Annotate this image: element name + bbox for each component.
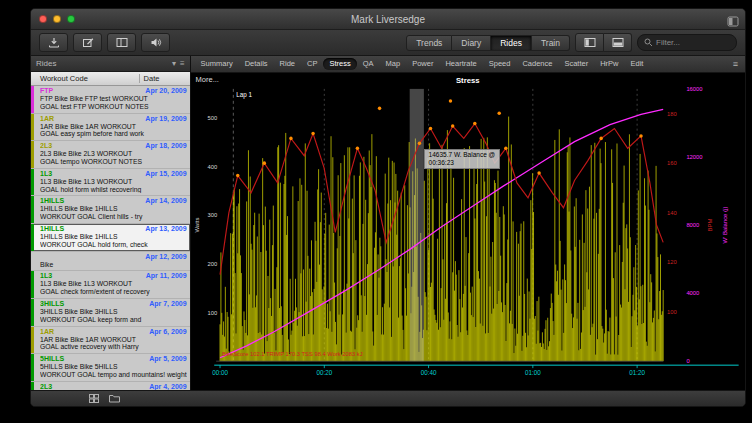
titlebar[interactable]: Mark Liversedge <box>31 9 745 30</box>
chart-tab-cadence[interactable]: Cadence <box>516 58 558 70</box>
chart-tab-stress[interactable]: Stress <box>323 58 356 70</box>
folder-icon[interactable] <box>109 394 120 403</box>
ride-description: GOAL check form/extent of recovery <box>40 288 187 296</box>
ride-item[interactable]: 1L3Apr 11, 20091L3 Bike Bike 1L3 WORKOUT… <box>31 271 190 299</box>
tooltip-line1: 14635.7 W. Balance @ <box>429 151 496 159</box>
download-button[interactable] <box>39 33 68 52</box>
svg-text:BPM: BPM <box>706 218 712 231</box>
split-view-button[interactable] <box>107 33 136 52</box>
chart-tabs: SummaryDetailsRideCPStressQAMapPowerHear… <box>195 58 730 70</box>
ride-item[interactable]: 1ARApr 19, 20091AR Bike Bike 1AR WORKOUT… <box>31 114 190 142</box>
svg-text:140: 140 <box>667 210 677 216</box>
stack-view-icon <box>612 37 624 48</box>
sidebar-view-icon[interactable]: ▾ <box>172 59 176 68</box>
ride-item[interactable]: 1ARApr 6, 20091AR Bike Bike 1AR WORKOUTG… <box>31 327 190 355</box>
ride-color-bar <box>31 382 34 390</box>
svg-text:00:20: 00:20 <box>316 369 332 376</box>
ride-code: 2L3 <box>40 142 52 150</box>
svg-text:0: 0 <box>686 358 690 364</box>
chart-tab-cp[interactable]: CP <box>301 58 323 70</box>
ride-color-bar <box>31 224 34 251</box>
ride-description: 2L3 Bike Bike 2L3 WORKOUT <box>40 150 187 158</box>
content-area: Rides ▾ ≡ Workout Code Date FTPApr 20, 2… <box>31 56 745 390</box>
chart-tab-speed[interactable]: Speed <box>483 58 517 70</box>
app-window: Mark Liversedge TrendsDiaryRidesTrain <box>30 8 746 407</box>
ride-description: 1AR Bike Bike 1AR WORKOUT <box>40 123 187 131</box>
ride-description: WORKOUT GOAL tempo and mountains! weight <box>40 371 187 379</box>
view-tab-rides[interactable]: Rides <box>491 35 532 51</box>
close-button[interactable] <box>39 15 47 23</box>
sidebar-menu-icon[interactable]: ≡ <box>180 59 185 68</box>
column-date[interactable]: Date <box>139 74 190 83</box>
ride-date: Apr 5, 2009 <box>149 355 186 363</box>
ride-description: FTP Bike Bike FTP test WORKOUT <box>40 95 187 103</box>
ride-code: FTP <box>40 87 53 95</box>
chart-tab-edit[interactable]: Edit <box>625 58 650 70</box>
ride-color-bar <box>31 327 34 354</box>
list-column-headers[interactable]: Workout Code Date <box>31 72 190 86</box>
ride-color-bar <box>31 86 34 113</box>
ride-date: Apr 20, 2009 <box>145 87 186 95</box>
ride-description: GOAL active recovery with Harry <box>40 343 187 351</box>
svg-text:400: 400 <box>207 164 217 170</box>
split-view-icon <box>116 37 128 48</box>
ride-code: 1AR <box>40 328 54 336</box>
ride-item[interactable]: Apr 12, 2009Bike <box>31 252 190 272</box>
chart-tab-hrpw[interactable]: HrPw <box>594 58 624 70</box>
view-tab-diary[interactable]: Diary <box>452 35 491 51</box>
chart-tab-ride[interactable]: Ride <box>274 58 301 70</box>
view-tab-trends[interactable]: Trends <box>406 35 452 51</box>
ride-item[interactable]: 2L3Apr 18, 20092L3 Bike Bike 2L3 WORKOUT… <box>31 141 190 169</box>
chart-more-button[interactable]: More... <box>196 75 219 84</box>
chart-tab-map[interactable]: Map <box>380 58 407 70</box>
ride-item[interactable]: 1HILLSApr 13, 20091HILLS Bike Bike 1HILL… <box>31 224 190 252</box>
svg-text:Stress: Stress <box>455 76 479 85</box>
chart-tab-qa[interactable]: QA <box>357 58 380 70</box>
chart-tab-heartrate[interactable]: Heartrate <box>439 58 482 70</box>
search-icon <box>644 38 653 47</box>
ride-item[interactable]: 2L3Apr 4, 20092L3 Bike Bike 2L3 WORKOUTG… <box>31 382 190 390</box>
column-workout-code[interactable]: Workout Code <box>31 74 139 83</box>
stress-chart[interactable]: 00:0000:2000:4001:0001:20100200300400500… <box>191 73 745 390</box>
ride-date: Apr 13, 2009 <box>145 225 186 233</box>
chart-tab-summary[interactable]: Summary <box>195 58 239 70</box>
compose-button[interactable] <box>73 33 102 52</box>
ride-code: 5HILLS <box>40 355 64 363</box>
toolbar-toggle-icon[interactable] <box>727 13 739 31</box>
minimize-button[interactable] <box>53 15 61 23</box>
ride-code: 1L3 <box>40 272 52 280</box>
chart-tab-power[interactable]: Power <box>406 58 439 70</box>
ride-description: WORKOUT GOAL keep form and <box>40 316 187 324</box>
svg-text:W' Balance (j): W' Balance (j) <box>722 207 728 244</box>
ride-item[interactable]: FTPApr 20, 2009FTP Bike Bike FTP test WO… <box>31 86 190 114</box>
ride-color-bar <box>31 114 34 141</box>
grid-icon[interactable] <box>89 394 99 403</box>
filter-field[interactable]: Filter... <box>637 34 737 51</box>
ride-color-bar <box>31 354 34 381</box>
svg-text:200: 200 <box>207 261 217 267</box>
zoom-button[interactable] <box>67 15 75 23</box>
ride-item[interactable]: 3HILLSApr 7, 20093HILLS Bike Bike 3HILLS… <box>31 299 190 327</box>
speaker-button[interactable] <box>141 33 170 52</box>
ride-description: WORKOUT GOAL hold form, check <box>40 241 187 249</box>
ride-item[interactable]: 5HILLSApr 5, 20095HILLS Bike Bike 5HILLS… <box>31 354 190 382</box>
ride-item[interactable]: 1L3Apr 15, 20091L3 Bike Bike 1L3 WORKOUT… <box>31 169 190 197</box>
svg-text:500: 500 <box>207 115 217 121</box>
stack-view-button[interactable] <box>604 33 632 52</box>
tabbar-menu-icon[interactable]: ≡ <box>730 59 741 69</box>
view-tab-train[interactable]: Train <box>532 35 570 51</box>
ride-description: 1HILLS Bike Bike 1HILLS <box>40 233 187 241</box>
tile-view-icon <box>584 37 596 48</box>
ride-description: 1AR Bike Bike 1AR WORKOUT <box>40 336 187 344</box>
ride-description: GOAL hold form whilst recovering <box>40 186 187 194</box>
sidebar-header[interactable]: Rides ▾ ≡ <box>31 56 190 72</box>
chart-tab-details[interactable]: Details <box>239 58 274 70</box>
ride-date: Apr 6, 2009 <box>149 328 186 336</box>
tile-view-button[interactable] <box>575 33 604 52</box>
svg-text:00:00: 00:00 <box>212 369 228 376</box>
ride-item[interactable]: 1HILLSApr 14, 20091HILLS Bike Bike 1HILL… <box>31 196 190 224</box>
svg-text:160: 160 <box>667 160 677 166</box>
chart-tab-scatter[interactable]: Scatter <box>558 58 594 70</box>
download-icon <box>48 37 60 48</box>
svg-text:BikeScore 102.1 TRIMP 170.3: BikeScore 102.1 TRIMP 170.3 TSS 98.4 Wor… <box>222 351 363 357</box>
